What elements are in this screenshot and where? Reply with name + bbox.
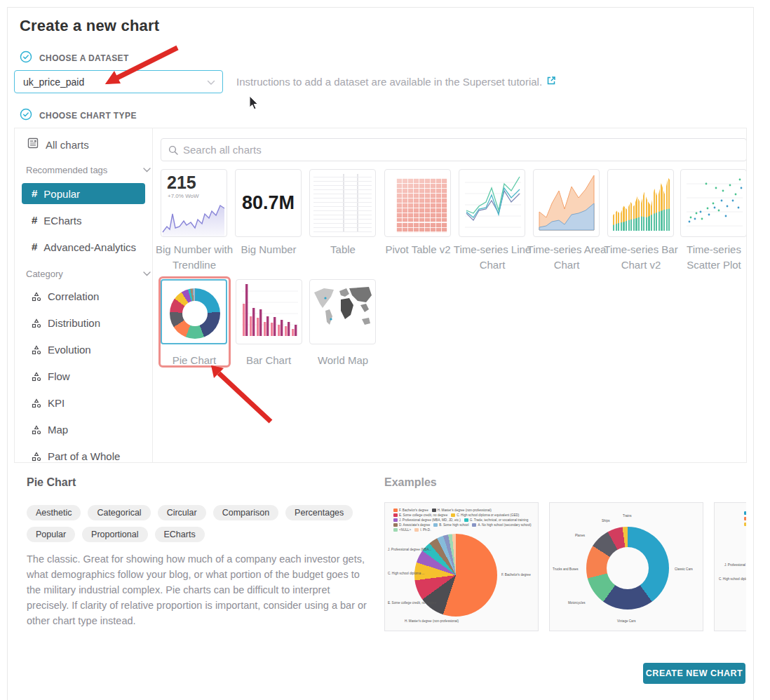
donut-callout: Trains: [623, 514, 632, 518]
sidebar-item-label: Popular: [43, 188, 80, 200]
sidebar-item-map[interactable]: Map: [32, 424, 68, 436]
card-thumb-world-map[interactable]: [309, 279, 376, 344]
examples-row: F. Bachelor's degree H. Master's degree …: [384, 502, 746, 633]
sparkline: [161, 201, 227, 236]
world-map-thumbnail: [310, 280, 375, 344]
sidebar-item-advanced-analytics[interactable]: Advanced-Analytics: [22, 236, 145, 257]
chevron-down-icon: [143, 168, 151, 173]
tag-pill: Circular: [158, 505, 206, 520]
page-title: Create a new chart: [20, 17, 159, 35]
area-chart-thumbnail: [534, 170, 599, 236]
pie-callout: H. Master's degree (non-professional): [405, 619, 459, 623]
chart-search: [161, 138, 747, 161]
card-label-scatter-plot[interactable]: Time-series Scatter Plot: [673, 242, 747, 273]
search-input[interactable]: [183, 144, 739, 156]
check-circle-icon: [20, 108, 32, 123]
donut-callout: Classic Cars: [675, 567, 693, 571]
donut-callout: Trucks and Buses: [553, 567, 579, 571]
card-label-line-chart[interactable]: Time-series Line Chart: [451, 242, 534, 273]
sidebar-item-all-charts[interactable]: All charts: [27, 137, 89, 152]
sidebar-item-label: Map: [48, 424, 68, 436]
tag-pill: Aesthetic: [27, 505, 81, 520]
create-new-chart-button[interactable]: CREATE NEW CHART: [643, 663, 745, 684]
big-number-value: 80.7M: [236, 170, 301, 236]
card-thumb-line-chart[interactable]: [459, 169, 525, 237]
card-label-big-number-trendline[interactable]: Big Number with Trendline: [153, 242, 236, 273]
card-label-big-number[interactable]: Big Number: [227, 242, 310, 257]
all-charts-label: All charts: [46, 139, 89, 151]
external-link-icon[interactable]: [546, 76, 556, 88]
category-icon: [32, 318, 41, 328]
search-icon: [168, 145, 178, 155]
recommended-tags-header[interactable]: Recommended tags: [26, 165, 151, 175]
category-icon: [32, 372, 41, 382]
choose-dataset-label: CHOOSE A DATASET: [39, 53, 129, 63]
sidebar-item-part-of-a-whole[interactable]: Part of a Whole: [32, 450, 120, 462]
card-label-pivot-table[interactable]: Pivot Table v2: [377, 242, 459, 257]
sidebar-item-kpi[interactable]: KPI: [32, 397, 65, 409]
card-label-bar-chart[interactable]: Bar Chart: [227, 353, 310, 368]
sidebar-item-evolution[interactable]: Evolution: [32, 344, 91, 356]
sidebar-item-flow[interactable]: Flow: [32, 370, 70, 382]
tag-pill: Percentages: [285, 505, 353, 520]
category-header-label: Category: [26, 269, 63, 279]
card-thumb-pie-chart[interactable]: [161, 279, 227, 344]
sidebar-item-popular[interactable]: Popular: [22, 183, 145, 204]
chart-type-panel: All charts Recommended tags Popular ECha…: [14, 128, 747, 463]
bar-chart-v2-thumbnail: [613, 175, 670, 231]
chevron-down-icon: [143, 271, 151, 276]
tag-pill: Popular: [27, 527, 75, 542]
step-dataset: CHOOSE A DATASET: [20, 51, 129, 66]
category-icon: [32, 345, 41, 355]
hash-icon: [32, 187, 37, 200]
scatter-plot-thumbnail: [681, 170, 746, 236]
dataset-instructions-text: Instructions to add a dataset are availa…: [236, 76, 542, 88]
card-label-bar-chart-v2[interactable]: Time-series Bar Chart v2: [600, 242, 682, 273]
pie-callout: C. High school diploma or eq: [719, 577, 746, 581]
sidebar-item-label: Distribution: [48, 317, 100, 329]
card-label-pie-chart[interactable]: Pie Chart: [153, 353, 236, 368]
card-thumb-big-number-trendline[interactable]: 215 +7.0% WoW: [161, 169, 227, 237]
hash-icon: [32, 214, 37, 227]
dataset-select-value: uk_price_paid: [23, 76, 207, 88]
card-thumb-table[interactable]: [309, 169, 376, 237]
pie-callout: F. Bachelor's degree: [501, 573, 531, 577]
example-pie-chart-1: F. Bachelor's degree H. Master's degree …: [384, 502, 539, 631]
sidebar-item-label: KPI: [48, 397, 65, 409]
example-3-legend: F. Bachelor's degree C. High school dipl…: [744, 511, 746, 526]
donut-callout: Ships: [602, 519, 610, 523]
details-title: Pie Chart: [27, 476, 76, 489]
dataset-select[interactable]: uk_price_paid: [14, 70, 223, 93]
details-tags: Aesthetic Categorical Circular Compariso…: [27, 505, 363, 542]
sidebar-item-correlation[interactable]: Correlation: [32, 290, 99, 302]
card-thumb-bar-chart-v2[interactable]: [607, 169, 674, 237]
sidebar-item-label: Advanced-Analytics: [43, 241, 136, 253]
sidebar-item-echarts[interactable]: ECharts: [22, 210, 145, 231]
card-label-table[interactable]: Table: [302, 242, 384, 257]
sidebar-item-label: Evolution: [48, 344, 91, 356]
card-label-area-chart[interactable]: Time-series Area Chart: [525, 242, 608, 273]
donut-callout: Planes: [575, 534, 585, 537]
category-header[interactable]: Category: [26, 269, 151, 279]
card-thumb-pivot-table[interactable]: [384, 169, 451, 237]
example-donut-chart: Trains Ships Planes Trucks and Buses Mot…: [549, 502, 703, 631]
example-1-legend: F. Bachelor's degree H. Master's degree …: [393, 509, 534, 532]
sidebar-item-label: Part of a Whole: [48, 450, 120, 462]
donut-graphic: [586, 527, 669, 610]
examples-header: Examples: [384, 476, 437, 489]
tag-pill: Categorical: [88, 505, 150, 520]
category-icon: [32, 452, 41, 462]
pivot-thumbnail: [396, 178, 447, 233]
table-thumbnail: [313, 174, 372, 232]
category-icon: [32, 398, 41, 408]
sidebar-item-distribution[interactable]: Distribution: [32, 317, 100, 329]
card-thumb-scatter-plot[interactable]: [680, 169, 747, 237]
choose-chart-type-label: CHOOSE CHART TYPE: [39, 111, 137, 121]
card-thumb-big-number[interactable]: 80.7M: [235, 169, 302, 237]
tag-pill: Proportional: [82, 527, 147, 542]
card-thumb-bar-chart[interactable]: [236, 279, 302, 344]
pie-callout: J. Professional degree (MBA...: [388, 548, 431, 551]
card-thumb-area-chart[interactable]: [533, 169, 600, 237]
card-label-world-map[interactable]: World Map: [302, 353, 384, 368]
big-number-delta: +7.0% WoW: [168, 193, 199, 199]
